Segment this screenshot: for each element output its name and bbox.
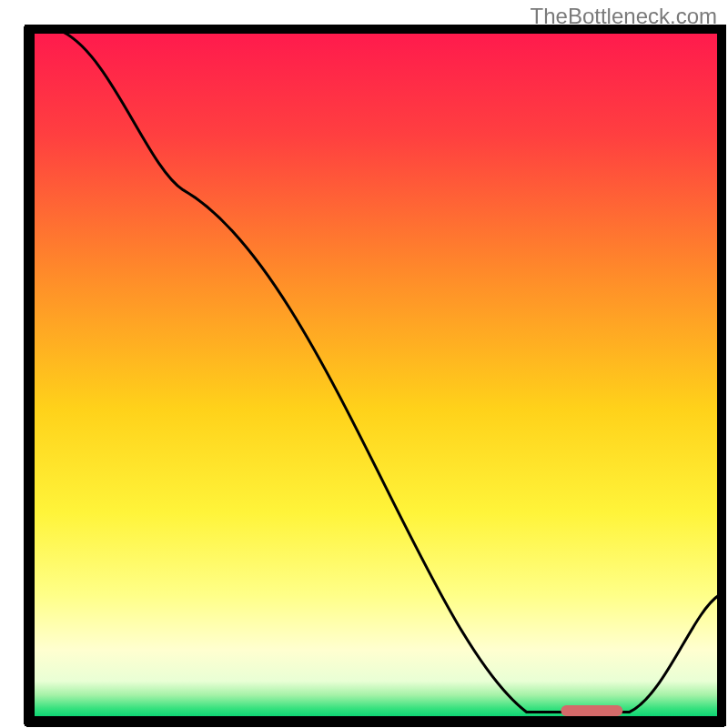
watermark-text: TheBottleneck.com	[531, 4, 717, 29]
gradient-background	[32, 32, 719, 719]
optimal-range-marker	[561, 705, 622, 716]
bottleneck-chart	[0, 0, 728, 728]
